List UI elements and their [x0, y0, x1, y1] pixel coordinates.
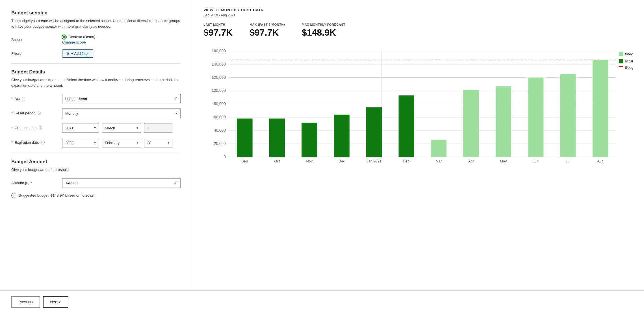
creation-day-value: 1	[147, 126, 149, 130]
svg-text:100,000: 100,000	[212, 88, 226, 93]
svg-text:60,000: 60,000	[214, 115, 226, 119]
expiration-date-label: * Expiration date ⓘ	[11, 140, 62, 145]
bar-apr	[463, 90, 479, 157]
left-panel: Budget scoping The budget you create wil…	[0, 0, 192, 290]
expiration-date-fields: 2023 ▾ February ▾ 28 ▾	[62, 138, 172, 147]
chevron-down-icon: ▾	[94, 141, 96, 145]
svg-text:Dec: Dec	[339, 159, 345, 163]
creation-day-field: 1	[144, 123, 172, 133]
stat-max-label: MAX (PAST 7 MONTH)	[250, 23, 285, 26]
expiration-year-dropdown[interactable]: 2023 ▾	[62, 138, 99, 147]
creation-date-row: * Creation date ⓘ 2021 ▾ March ▾ 1	[11, 123, 181, 133]
legend-actual-label: actual	[625, 59, 633, 63]
add-filter-icon: ⊕	[66, 51, 70, 56]
stat-forecast-value: $148.9K	[302, 27, 345, 38]
budget-scoping-title: Budget scoping	[11, 10, 181, 16]
check-icon: ✓	[174, 180, 177, 186]
filters-row: Filters ⊕ + Add filter	[11, 49, 181, 58]
svg-text:Nov: Nov	[306, 159, 313, 163]
stat-forecast: MAX MONTHLY FORECAST $148.9K	[302, 23, 345, 38]
creation-month-dropdown[interactable]: March ▾	[102, 123, 141, 133]
svg-text:Oct: Oct	[274, 159, 280, 163]
svg-text:0: 0	[224, 155, 226, 159]
svg-text:40,000: 40,000	[214, 128, 226, 132]
amount-input-container[interactable]: ✓	[62, 178, 181, 188]
legend-forecast-label: forecast	[625, 52, 633, 56]
reset-period-label: * Reset period ⓘ	[11, 111, 62, 116]
legend-forecast-swatch	[619, 52, 623, 56]
legend-budget-swatch	[619, 66, 623, 67]
stat-forecast-label: MAX MONTHLY FORECAST	[302, 23, 345, 26]
expiration-month-value: February	[105, 141, 120, 145]
chevron-down-icon: ▾	[136, 126, 138, 130]
bar-may	[496, 86, 511, 157]
page-container: Budget scoping The budget you create wil…	[0, 0, 644, 313]
bar-nov	[302, 123, 317, 157]
legend-actual-swatch	[619, 59, 623, 63]
divider-2	[11, 153, 181, 153]
amount-input[interactable]	[65, 181, 174, 185]
svg-text:Feb: Feb	[403, 159, 409, 163]
previous-button[interactable]: Previous	[11, 296, 40, 308]
chevron-down-icon: ▾	[136, 141, 138, 145]
reset-period-value: Monthly	[65, 111, 78, 116]
expiration-date-row: * Expiration date ⓘ 2023 ▾ February ▾ 28	[11, 138, 181, 147]
budget-scoping-desc: The budget you create will be assigned t…	[11, 18, 181, 29]
expiration-month-dropdown[interactable]: February ▾	[102, 138, 141, 147]
scope-row: Scope Contoso (Demo) Change scope	[11, 35, 181, 44]
creation-month-value: March	[105, 126, 115, 130]
add-filter-label: + Add filter	[71, 51, 89, 56]
reset-period-row: * Reset period ⓘ Monthly ▾	[11, 108, 181, 118]
bar-jul	[560, 74, 576, 157]
right-panel: VIEW OF MONTHLY COST DATA Sep 2020 - Aug…	[192, 0, 644, 290]
name-input[interactable]	[65, 97, 174, 101]
change-scope-link[interactable]: Change scope	[62, 40, 95, 44]
suggestion-text: Suggested budget: $148.9K based on forec…	[19, 193, 96, 197]
chart-area: 160,000 140,000 120,000 100,000 80,000 6…	[203, 45, 633, 175]
next-button[interactable]: Next >	[43, 296, 68, 308]
svg-text:Mar: Mar	[435, 159, 442, 163]
svg-text:160,000: 160,000	[212, 49, 226, 53]
legend-budget-label: Budget	[625, 65, 633, 69]
reset-period-info-icon: ⓘ	[38, 111, 41, 115]
chart-subtitle: Sep 2020 - Aug 2021	[203, 13, 633, 17]
suggestion-info-icon: i	[11, 193, 16, 198]
stat-last-month: LAST MONTH $97.7K	[203, 23, 233, 38]
svg-text:120,000: 120,000	[212, 75, 226, 80]
name-label: * Name	[11, 97, 62, 101]
budget-amount-desc: Give your budget amount threshold	[11, 167, 181, 173]
chart-title: VIEW OF MONTHLY COST DATA	[203, 8, 633, 12]
svg-text:Jan 2021: Jan 2021	[367, 159, 381, 163]
bar-jan	[366, 107, 382, 157]
bar-jun	[528, 78, 543, 157]
svg-text:May: May	[500, 159, 507, 163]
suggestion-row: i Suggested budget: $148.9K based on for…	[11, 193, 181, 198]
expiration-day-dropdown[interactable]: 28 ▾	[144, 138, 172, 147]
main-content: Budget scoping The budget you create wil…	[0, 0, 644, 290]
svg-text:Sep: Sep	[242, 159, 248, 163]
stat-last-month-label: LAST MONTH	[203, 23, 233, 26]
add-filter-button[interactable]: ⊕ + Add filter	[62, 49, 93, 58]
filters-label: Filters	[11, 51, 62, 56]
creation-date-label: * Creation date ⓘ	[11, 126, 62, 131]
scope-status-dot	[62, 35, 66, 39]
divider-1	[11, 63, 181, 64]
bar-oct	[269, 119, 285, 157]
reset-period-dropdown[interactable]: Monthly ▾	[62, 108, 181, 118]
expiration-year-value: 2023	[65, 141, 73, 145]
check-icon: ✓	[174, 96, 177, 101]
name-input-container[interactable]: ✓	[62, 94, 181, 103]
expiration-day-value: 28	[147, 141, 151, 145]
bar-feb	[398, 95, 414, 157]
scope-label: Scope	[11, 38, 62, 42]
creation-year-value: 2021	[65, 126, 73, 130]
amount-label: Amount ($) *	[11, 181, 62, 185]
chevron-down-icon: ▾	[176, 111, 177, 115]
scope-name: Contoso (Demo)	[68, 35, 95, 39]
bar-sep	[237, 119, 252, 157]
creation-year-dropdown[interactable]: 2021 ▾	[62, 123, 99, 133]
stat-last-month-value: $97.7K	[203, 27, 233, 38]
bar-aug	[593, 60, 608, 157]
chevron-down-icon: ▾	[94, 126, 96, 130]
svg-text:20,000: 20,000	[214, 142, 226, 146]
